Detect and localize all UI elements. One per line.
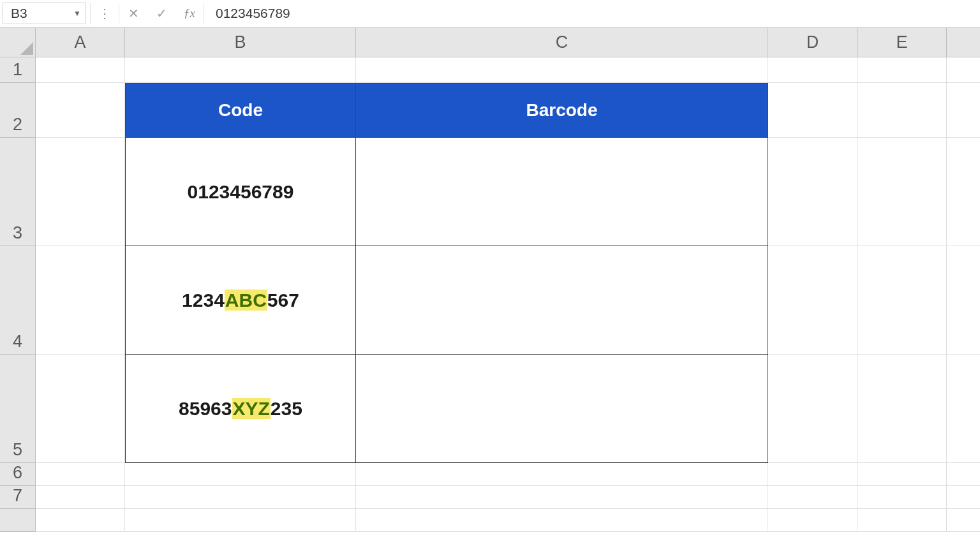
column-header-E[interactable]: E	[858, 28, 947, 57]
row-header-5[interactable]: 5	[0, 355, 36, 463]
cell-E1[interactable]	[858, 57, 947, 83]
cell-D5[interactable]	[768, 355, 858, 463]
cell-B6[interactable]	[125, 463, 356, 486]
cell-A6[interactable]	[36, 463, 125, 486]
column-header-A[interactable]: A	[36, 28, 125, 57]
cell-A7[interactable]	[36, 486, 125, 509]
cell-C3[interactable]	[356, 138, 768, 246]
cell-A1[interactable]	[36, 57, 125, 83]
formula-bar: B3 ▼ ⋮ ✕ ✓ ƒx 0123456789	[0, 0, 980, 28]
cell-C1[interactable]	[356, 57, 768, 83]
cell-E4[interactable]	[858, 246, 947, 355]
cell-E2[interactable]	[858, 83, 947, 138]
cell-D2[interactable]	[768, 83, 858, 138]
enter-icon[interactable]: ✓	[147, 0, 175, 27]
cell-A3[interactable]	[36, 138, 125, 246]
table-header-label: Barcode	[526, 100, 597, 121]
cell-overflow-1	[947, 57, 980, 83]
row-header-6[interactable]: 6	[0, 463, 36, 486]
table-header-code[interactable]: Code	[125, 83, 356, 138]
cell-C6[interactable]	[356, 463, 768, 486]
cell-B5[interactable]: 85963XYZ235	[125, 355, 356, 463]
cell-overflow-3	[947, 138, 980, 246]
formula-input[interactable]: 0123456789	[204, 0, 980, 27]
cell-A2[interactable]	[36, 83, 125, 138]
formula-input-value: 0123456789	[216, 6, 290, 21]
row-header-1[interactable]: 1	[0, 57, 36, 83]
row-header-3[interactable]: 3	[0, 138, 36, 246]
row-header-7[interactable]: 7	[0, 486, 36, 509]
cell-D8[interactable]	[768, 509, 858, 532]
table-header-barcode[interactable]: Barcode	[356, 83, 768, 138]
name-box[interactable]: B3 ▼	[3, 3, 85, 24]
row-header-2[interactable]: 2	[0, 83, 36, 138]
table-header-label: Code	[218, 100, 263, 121]
cell-D4[interactable]	[768, 246, 858, 355]
cell-B4[interactable]: 1234ABC567	[125, 246, 356, 355]
cell-D3[interactable]	[768, 138, 858, 246]
cell-overflow-2	[947, 83, 980, 138]
cell-C4[interactable]	[356, 246, 768, 355]
column-header-D[interactable]: D	[768, 28, 858, 57]
cancel-icon[interactable]: ✕	[119, 0, 147, 27]
cell-E8[interactable]	[858, 509, 947, 532]
cell-A8[interactable]	[36, 509, 125, 532]
cell-C7[interactable]	[356, 486, 768, 509]
row-header-8[interactable]	[0, 509, 36, 532]
cell-D6[interactable]	[768, 463, 858, 486]
divider	[85, 3, 91, 24]
cell-overflow-7	[947, 486, 980, 509]
cell-B1[interactable]	[125, 57, 356, 83]
cell-overflow-4	[947, 246, 980, 355]
column-header-B[interactable]: B	[125, 28, 356, 57]
cell-E3[interactable]	[858, 138, 947, 246]
cell-B8[interactable]	[125, 509, 356, 532]
row-header-4[interactable]: 4	[0, 246, 36, 355]
select-all-corner[interactable]	[0, 28, 36, 57]
cell-E7[interactable]	[858, 486, 947, 509]
spreadsheet-grid: A B C D E 1 2 Code Barcode 3 0123456789 …	[0, 28, 980, 532]
cell-E6[interactable]	[858, 463, 947, 486]
cell-A4[interactable]	[36, 246, 125, 355]
cell-overflow-6	[947, 463, 980, 486]
more-icon[interactable]: ⋮	[91, 0, 119, 27]
cell-overflow-5	[947, 355, 980, 463]
code-value: 0123456789	[188, 181, 294, 203]
code-value: 85963XYZ235	[179, 398, 302, 420]
cell-B3[interactable]: 0123456789	[125, 138, 356, 246]
cell-D1[interactable]	[768, 57, 858, 83]
cell-C8[interactable]	[356, 509, 768, 532]
cell-overflow-8	[947, 509, 980, 532]
cell-A5[interactable]	[36, 355, 125, 463]
cell-B7[interactable]	[125, 486, 356, 509]
cell-D7[interactable]	[768, 486, 858, 509]
cell-C5[interactable]	[356, 355, 768, 463]
code-value: 1234ABC567	[182, 290, 299, 311]
column-header-overflow	[947, 28, 980, 57]
fx-icon[interactable]: ƒx	[175, 0, 204, 27]
name-box-value: B3	[11, 6, 27, 21]
chevron-down-icon[interactable]: ▼	[73, 9, 81, 18]
column-header-C[interactable]: C	[356, 28, 768, 57]
cell-E5[interactable]	[858, 355, 947, 463]
